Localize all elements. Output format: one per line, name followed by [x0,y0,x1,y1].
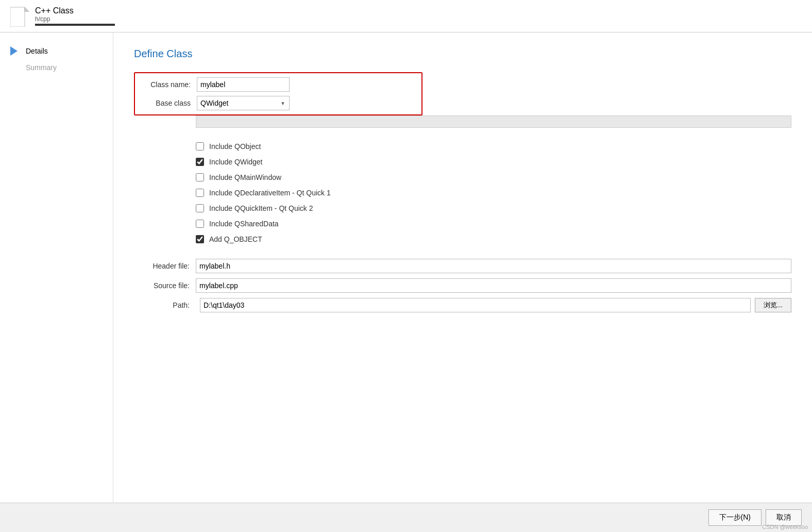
type-hint-bar [196,115,791,128]
checkbox-qobject-row: Include QObject [196,142,791,151]
svg-marker-1 [25,7,29,11]
class-name-input[interactable] [197,77,290,92]
checkbox-qshareddata[interactable] [196,220,204,228]
file-icon [10,5,29,27]
sidebar-item-summary[interactable]: Summary [0,59,113,76]
svg-rect-0 [10,7,25,27]
wizard-progress-bar [35,24,115,26]
section-title: Define Class [134,48,791,60]
checkbox-qshareddata-label: Include QSharedData [209,220,279,228]
base-class-select-wrapper: QWidget [197,96,290,110]
checkbox-qwidget[interactable] [196,158,204,166]
path-row: Path: 浏览... [134,298,791,312]
base-class-row: Base class QWidget [135,96,421,110]
wizard-footer: 下一步(N) 取消 [0,503,812,532]
source-file-input[interactable] [196,278,791,293]
sidebar-item-details[interactable]: Details [0,43,113,59]
dialog: C++ Class h/cpp Details Summary Define C… [0,0,812,532]
checkbox-qobject-label: Include QObject [209,142,261,151]
wizard-content: Define Class Class name: Base class QW [113,32,812,503]
header-file-row: Header file: [134,259,791,273]
checkbox-qdeclarativeitem[interactable] [196,189,204,197]
class-name-row: Class name: [135,77,421,92]
checkbox-qdeclarativeitem-label: Include QDeclarativeItem - Qt Quick 1 [209,189,331,197]
wizard-title-block: C++ Class h/cpp [35,6,115,26]
wizard-header: C++ Class h/cpp [0,0,812,32]
checkbox-qwidget-label: Include QWidget [209,158,263,166]
path-input[interactable] [200,298,751,312]
base-class-select[interactable]: QWidget [197,96,290,110]
wizard-body: Details Summary Define Class Class name: [0,32,812,503]
checkbox-qdeclarativeitem-row: Include QDeclarativeItem - Qt Quick 1 [196,189,791,197]
details-arrow-icon [10,47,21,55]
watermark: CSDN @weeksoo [762,524,808,530]
source-file-row: Source file: [134,278,791,293]
checkbox-qshareddata-row: Include QSharedData [196,220,791,228]
file-fields-section: Header file: Source file: Path: 浏览... [134,259,791,312]
wizard-title: C++ Class [35,6,115,15]
header-file-input[interactable] [196,259,791,273]
checkbox-qobject[interactable] [196,142,204,151]
checkbox-qobject-macro-label: Add Q_OBJECT [209,235,262,243]
checkbox-qobject-macro-row: Add Q_OBJECT [196,235,791,243]
checkbox-qwidget-row: Include QWidget [196,158,791,166]
checkbox-qmainwindow[interactable] [196,173,204,181]
sidebar-item-details-label: Details [26,47,48,55]
sidebar-item-summary-label: Summary [26,63,57,72]
checkbox-qobject-macro[interactable] [196,235,204,243]
next-button[interactable]: 下一步(N) [708,509,762,526]
gray-bar-row [134,115,791,128]
checkbox-qquickitem-label: Include QQuickItem - Qt Quick 2 [209,204,313,212]
source-file-label: Source file: [134,281,196,290]
class-name-label: Class name: [135,80,197,89]
checkbox-qmainwindow-label: Include QMainWindow [209,173,281,181]
checkbox-qquickitem-row: Include QQuickItem - Qt Quick 2 [196,204,791,212]
browse-button[interactable]: 浏览... [755,298,791,312]
checkbox-qmainwindow-row: Include QMainWindow [196,173,791,181]
header-file-label: Header file: [134,262,196,270]
path-label: Path: [134,301,196,309]
wizard-subtitle: h/cpp [35,15,115,23]
wizard-sidebar: Details Summary [0,32,113,503]
checkbox-qquickitem[interactable] [196,204,204,212]
summary-arrow-icon [10,63,21,72]
checkboxes-section: Include QObject Include QWidget Include … [196,142,791,243]
base-class-label: Base class [135,99,197,107]
